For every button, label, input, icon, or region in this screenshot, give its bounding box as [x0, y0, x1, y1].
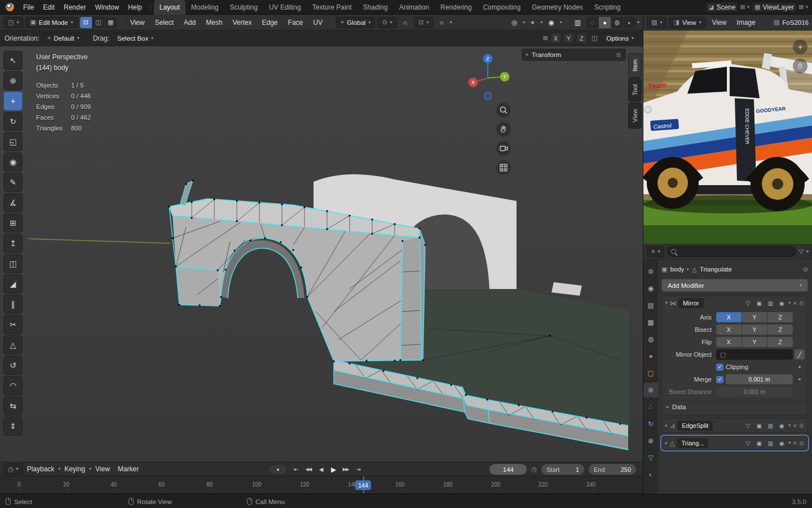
show-in-editmode-toggle[interactable]: ▣ — [754, 423, 764, 429]
xray-toggle[interactable]: ▥ — [571, 17, 585, 28]
menu-uv[interactable]: UV — [309, 17, 326, 28]
camera-view-icon[interactable] — [496, 141, 511, 156]
auto-key-button[interactable]: ● — [268, 464, 288, 475]
show-on-cage-toggle[interactable]: ▽ — [743, 300, 752, 306]
start-frame-field[interactable]: Start1 — [541, 464, 584, 475]
properties-editor-dropdown[interactable]: ≡ ▾ — [647, 246, 664, 257]
close-icon[interactable]: × — [793, 300, 796, 306]
modifier-extras-dropdown[interactable]: ▾ — [788, 441, 791, 445]
menu-view-timeline[interactable]: View — [91, 463, 114, 475]
tool-spin[interactable]: ↺ — [3, 356, 23, 375]
edgesplit-modifier-header[interactable]: ▸ ⊿ EdgeSplit ▽ ▣ ▥ ◉ ▾ × ≣ — [662, 419, 807, 432]
current-frame-indicator[interactable]: 144 — [355, 480, 371, 490]
close-viewlayer-icon[interactable]: × — [805, 4, 809, 10]
menu-playback[interactable]: Playback — [23, 463, 59, 475]
tab-modifiers-icon[interactable]: ⊛ — [643, 383, 658, 397]
reference-image-view[interactable]: EDDIE CHEVER Castrol Team GOODYEAR + — [643, 30, 812, 244]
zoom-in-icon[interactable]: + — [793, 40, 807, 54]
tab-tool-icon[interactable]: ⊚ — [643, 264, 658, 279]
menu-edit[interactable]: Edit — [38, 0, 59, 15]
workspace-tab-compositing[interactable]: Compositing — [477, 0, 526, 15]
tool-knife[interactable]: ✂ — [3, 315, 23, 334]
editor-type-dropdown[interactable]: ◳ ▾ — [3, 17, 23, 28]
tool-edge-slide[interactable]: ⇆ — [3, 396, 23, 415]
play-button[interactable]: ▶ — [328, 464, 339, 475]
tool-select-box[interactable]: ↖ — [3, 51, 23, 70]
mirror-z-toggle[interactable]: Z — [576, 33, 587, 43]
mirror-y-toggle[interactable]: Y — [563, 33, 574, 43]
shading-wireframe-toggle[interactable]: ◌ — [586, 17, 598, 28]
blender-logo-icon[interactable] — [6, 3, 14, 11]
shading-material-toggle[interactable]: ◍ — [611, 17, 623, 28]
triangulate-modifier-header[interactable]: ▸ △ Triang... ▽ ▣ ▥ ◉ ▾ × ≣ — [662, 436, 807, 450]
bisect-y-toggle[interactable]: Y — [742, 325, 767, 335]
zoom-icon[interactable] — [496, 103, 511, 117]
image-mode-dropdown[interactable]: ◨ View ▾ — [669, 17, 705, 28]
tool-transform[interactable]: ◉ — [3, 152, 23, 172]
mode-selector[interactable]: ▣ Edit Mode ▾ — [25, 17, 77, 28]
workspace-tab-layout[interactable]: Layout — [154, 0, 186, 15]
merge-checkbox[interactable]: ✓ — [716, 376, 723, 383]
proportional-edit-toggle[interactable]: ○ — [435, 17, 447, 28]
tool-poly-build[interactable]: △ — [3, 335, 23, 354]
breadcrumb-object[interactable]: body — [670, 266, 684, 273]
workspace-tab-scripting[interactable]: Scripting — [589, 0, 626, 15]
menu-view[interactable]: View — [126, 17, 149, 28]
transform-orientation-dropdown[interactable]: ⌖ Global ▾ — [336, 17, 375, 28]
new-scene-icon[interactable]: ⊞ — [740, 4, 745, 10]
chevron-down-icon[interactable]: ▾ — [806, 249, 809, 254]
show-render-toggle[interactable]: ◉ — [777, 300, 786, 306]
tool-shrink-fatten[interactable]: ⇕ — [3, 417, 23, 436]
edge-select-toggle[interactable]: ◫ — [92, 17, 104, 28]
axis-x-toggle[interactable]: X — [716, 312, 742, 322]
tab-output-icon[interactable]: ▤ — [643, 298, 658, 313]
menu-view-image[interactable]: View — [708, 17, 731, 28]
workspace-tab-sculpting[interactable]: Sculpting — [224, 0, 263, 15]
tab-tool[interactable]: Tool — [628, 78, 642, 102]
close-icon[interactable]: × — [793, 423, 796, 429]
chevron-down-icon[interactable]: ▾ — [560, 20, 562, 25]
pan-hand-icon[interactable] — [793, 59, 807, 73]
face-select-toggle[interactable]: ▦ — [105, 17, 117, 28]
menu-face[interactable]: Face — [284, 17, 307, 28]
collapse-icon[interactable]: ▾ — [665, 301, 668, 305]
navigation-gizmo[interactable]: X Y Z — [464, 53, 511, 100]
proportional-falloff-dropdown[interactable]: ▾ — [450, 20, 452, 25]
shading-dropdown[interactable]: ▾ — [637, 20, 639, 25]
properties-search-input[interactable] — [667, 246, 796, 257]
menu-file[interactable]: File — [19, 0, 38, 15]
shading-rendered-toggle[interactable]: ◐ — [624, 17, 636, 28]
bisect-x-toggle[interactable]: X — [716, 325, 742, 335]
show-in-editmode-toggle[interactable]: ▣ — [754, 440, 764, 446]
axis-y-toggle[interactable]: Y — [742, 312, 767, 322]
close-icon[interactable]: × — [793, 440, 796, 446]
tab-particles-icon[interactable]: ∴ — [643, 400, 658, 414]
3d-viewport[interactable]: User Perspective (144) body Objects1 / 5… — [0, 46, 643, 462]
workspace-tab-modeling[interactable]: Modeling — [186, 0, 224, 15]
menu-add[interactable]: Add — [180, 17, 200, 28]
show-in-editmode-toggle[interactable]: ▣ — [754, 300, 764, 306]
expand-icon[interactable]: ▸ — [665, 441, 668, 445]
play-reverse-button[interactable]: ◀ — [315, 464, 326, 475]
tab-object-data-icon[interactable]: ▽ — [643, 450, 658, 465]
clock-icon[interactable]: ◷ — [531, 466, 537, 472]
image-datablock[interactable]: ▨ FoS2016 — [774, 19, 809, 26]
show-viewport-toggle[interactable]: ▥ — [766, 300, 775, 306]
tool-move[interactable]: + — [3, 91, 23, 111]
tab-render-icon[interactable]: ◉ — [643, 281, 658, 296]
tab-world-icon[interactable]: ● — [643, 349, 658, 364]
workspace-tab-texture-paint[interactable]: Texture Paint — [307, 0, 358, 15]
visibility-icon[interactable]: ◎ — [508, 17, 521, 28]
data-subpanel-header[interactable]: ▸ Data — [662, 400, 807, 413]
jump-to-start-button[interactable]: ⇤ — [290, 464, 302, 475]
pan-hand-icon[interactable] — [496, 122, 511, 137]
show-viewport-toggle[interactable]: ▥ — [766, 423, 775, 429]
show-viewport-toggle[interactable]: ▥ — [766, 440, 775, 446]
scene-selector[interactable]: ◪ Scene — [705, 2, 739, 12]
flip-z-toggle[interactable]: Z — [767, 337, 793, 347]
end-frame-field[interactable]: End250 — [589, 464, 636, 475]
close-scene-icon[interactable]: × — [747, 4, 750, 10]
orthographic-toggle-icon[interactable] — [496, 160, 511, 175]
mirror-x-toggle[interactable]: X — [550, 33, 561, 43]
show-render-toggle[interactable]: ◉ — [777, 423, 786, 429]
